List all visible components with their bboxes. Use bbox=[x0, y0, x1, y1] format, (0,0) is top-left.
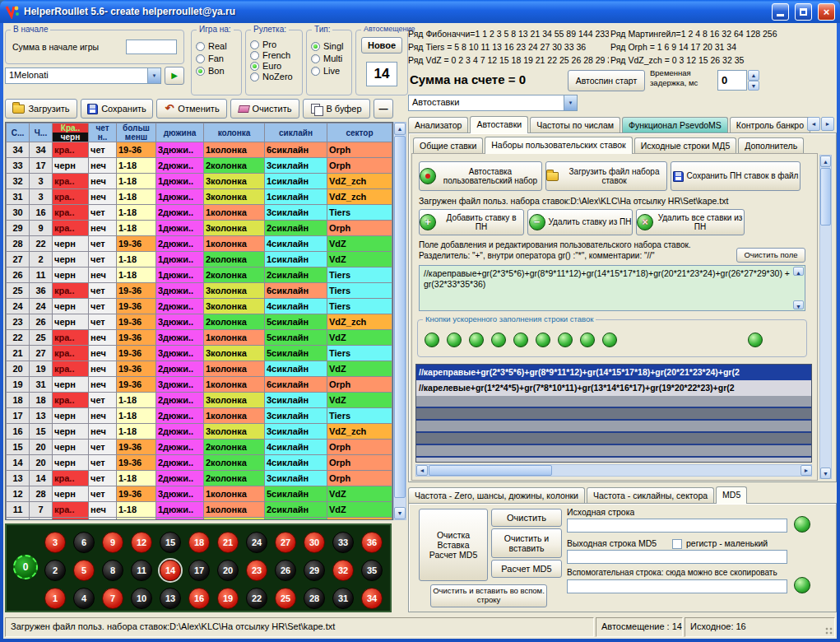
board-number-9[interactable]: 9 bbox=[102, 532, 123, 553]
board-number-15[interactable]: 15 bbox=[160, 532, 181, 553]
resize-grip[interactable] bbox=[824, 626, 835, 637]
quick-fill-button-2[interactable] bbox=[447, 333, 462, 347]
col-sector[interactable]: сектор bbox=[327, 123, 392, 142]
minimize-button[interactable] bbox=[772, 3, 789, 21]
autobets-combobox[interactable]: Автоставки ▼ bbox=[408, 95, 578, 111]
save-button[interactable]: Сохранить bbox=[81, 99, 153, 119]
col-range[interactable]: больш менш bbox=[117, 123, 156, 142]
bet-edit-field[interactable]: //кареправые+gr(2*3*5*6)+gr(8*9*11*12)+g… bbox=[419, 265, 805, 311]
board-number-31[interactable]: 31 bbox=[332, 588, 354, 609]
scroll-right-icon[interactable]: ► bbox=[801, 465, 812, 476]
md5-clear-paste-button[interactable]: Очистить и вставить bbox=[491, 528, 562, 558]
radio-singl[interactable]: Singl bbox=[311, 41, 347, 51]
tabs-scroll-left-icon[interactable]: ◄ bbox=[807, 117, 820, 131]
quick-fill-button-8[interactable] bbox=[580, 333, 595, 347]
bet-list-row-2[interactable]: //карелевые+gr(1*2*4*5)+gr(7*8*10*11)+gr… bbox=[416, 380, 811, 396]
md5-stack-button[interactable]: Очистка Вставка Расчет MD5 bbox=[419, 509, 488, 581]
buffer-button[interactable]: В буфер bbox=[303, 99, 370, 119]
edit-scroll-up-icon[interactable]: ▲ bbox=[793, 267, 804, 276]
tab-1[interactable]: Общие ставки bbox=[413, 137, 483, 153]
md5-out-input[interactable] bbox=[567, 550, 787, 564]
table-row[interactable]: 1520чернчет19-362дюжи..2колонка4сиклайнO… bbox=[7, 440, 392, 455]
maximize-button[interactable] bbox=[795, 3, 812, 21]
radio-pro[interactable]: Pro bbox=[250, 40, 298, 49]
tab-2[interactable]: Частота - сиклайны, сектора bbox=[587, 487, 714, 503]
radio-bon[interactable]: Bon bbox=[196, 66, 237, 76]
table-row[interactable]: 1713черннеч1-182дюжи..1колонка3сиклайнTi… bbox=[7, 408, 392, 424]
board-number-13[interactable]: 13 bbox=[160, 588, 181, 609]
table-scrollbar-thumb[interactable] bbox=[394, 136, 406, 498]
title-bar[interactable]: HelperRoullet 5.6- create helperroullet@… bbox=[0, 0, 840, 23]
table-row[interactable]: 117кра..неч1-181дюжи..1колонка2сиклайнVd… bbox=[7, 502, 392, 518]
board-number-35[interactable]: 35 bbox=[361, 560, 383, 581]
md5-clear-paste-aux-button[interactable]: Очистить и вставить во вспом. строку bbox=[430, 584, 547, 607]
tab-4[interactable]: Функционал PsevdoMS bbox=[622, 117, 728, 133]
table-row[interactable]: 2225кра..неч19-363дюжи..1колонка5сиклайн… bbox=[7, 330, 392, 346]
close-button[interactable]: × bbox=[818, 3, 835, 21]
panel-v-scrollbar[interactable]: ▲ ▼ bbox=[819, 155, 832, 479]
load-set-button[interactable]: Загрузить файл набора ставок bbox=[545, 161, 667, 191]
board-number-27[interactable]: 27 bbox=[275, 532, 296, 553]
clear-field-button[interactable]: Очистить поле bbox=[736, 248, 805, 263]
profile-combobox[interactable]: 1Melonati ▼ bbox=[5, 67, 161, 84]
autospin-start-button[interactable]: Автоспин старт bbox=[568, 70, 645, 91]
delete-bet-button[interactable]: Удалить ставку из ПН bbox=[527, 209, 633, 235]
bet-list-row-1[interactable]: //кареправые+gr(2*3*5*6)+gr(8*9*11*12)+g… bbox=[416, 365, 811, 380]
board-number-17[interactable]: 17 bbox=[188, 560, 210, 581]
tab-5[interactable]: Контроль банкро bbox=[730, 117, 810, 133]
board-number-28[interactable]: 28 bbox=[304, 588, 325, 609]
board-number-16[interactable]: 16 bbox=[188, 588, 210, 609]
board-number-22[interactable]: 22 bbox=[246, 588, 267, 609]
scroll-down-icon[interactable]: ▼ bbox=[820, 468, 831, 479]
quick-fill-button-5[interactable] bbox=[513, 333, 528, 347]
table-row[interactable]: 1420чернчет19-362дюжи..2колонка4сиклайнO… bbox=[7, 455, 392, 471]
md5-aux-orb-button[interactable] bbox=[794, 577, 810, 593]
board-number-29[interactable]: 29 bbox=[304, 560, 325, 581]
scroll-left-icon[interactable]: ◄ bbox=[416, 465, 428, 476]
board-number-33[interactable]: 33 bbox=[332, 532, 354, 553]
table-row[interactable]: 1818кра..чет1-182дюжи..3колонка3сиклайнV… bbox=[7, 393, 392, 408]
table-row[interactable]: 3016кра..чет1-182дюжи..1колонка3сиклайнT… bbox=[7, 205, 392, 221]
board-number-14[interactable]: 14 bbox=[160, 560, 181, 581]
board-number-2[interactable]: 2 bbox=[44, 560, 66, 581]
board-number-3[interactable]: 3 bbox=[44, 532, 66, 553]
quick-fill-extra-button[interactable] bbox=[748, 333, 763, 347]
list-h-thumb[interactable] bbox=[429, 465, 552, 476]
board-number-36[interactable]: 36 bbox=[361, 532, 383, 553]
new-button[interactable]: Новое bbox=[361, 37, 402, 54]
table-row[interactable]: 2536кра..чет19-363дюжи..3колонка6сиклайн… bbox=[7, 283, 392, 299]
board-number-8[interactable]: 8 bbox=[102, 560, 123, 581]
table-row[interactable]: 272чернчет1-181дюжи..2колонка1сиклайнVdZ bbox=[7, 252, 392, 268]
board-number-12[interactable]: 12 bbox=[131, 532, 152, 553]
tab-2[interactable]: Наборы пользовательских ставок bbox=[485, 137, 632, 154]
quick-fill-button-9[interactable] bbox=[602, 333, 617, 347]
board-number-26[interactable]: 26 bbox=[275, 560, 296, 581]
tab-3[interactable]: MD5 bbox=[716, 486, 747, 504]
save-set-button[interactable]: Сохранить ПН ставок в файл bbox=[671, 161, 801, 191]
table-row[interactable]: 1012кра..чет1-181дюжи..3колонка2сиклайнV… bbox=[7, 518, 392, 521]
board-number-10[interactable]: 10 bbox=[131, 588, 152, 609]
bet-set-list[interactable]: //кареправые+gr(2*3*5*6)+gr(8*9*11*12)+g… bbox=[415, 364, 812, 463]
col-sixline[interactable]: сиклайн bbox=[265, 123, 327, 142]
clear-button[interactable]: Очистить bbox=[230, 99, 299, 119]
table-row[interactable]: 2127кра..неч19-363дюжи..3колонка5сиклайн… bbox=[7, 346, 392, 361]
table-row[interactable]: 3434кра..чет19-363дюжи..1колонка6сиклайн… bbox=[7, 142, 392, 158]
table-row[interactable]: 1228чернчет19-363дюжи..1колонка5сиклайнV… bbox=[7, 486, 392, 502]
board-number-0[interactable]: 0 bbox=[13, 555, 38, 579]
board-number-19[interactable]: 19 bbox=[217, 588, 239, 609]
tab-3[interactable]: Частоты по числам bbox=[530, 117, 620, 133]
chevron-down-icon[interactable]: ▼ bbox=[147, 68, 160, 83]
tab-3[interactable]: Исходные строки МД5 bbox=[634, 137, 737, 153]
table-scrollbar[interactable]: ▲ ▼ bbox=[393, 122, 406, 520]
play-button[interactable]: ▶ bbox=[165, 67, 184, 85]
tab-4[interactable]: Дополнитель bbox=[738, 137, 804, 153]
board-number-1[interactable]: 1 bbox=[44, 588, 66, 609]
table-row[interactable]: 2424чернчет19-362дюжи..3колонка4сиклайнT… bbox=[7, 299, 392, 314]
board-number-6[interactable]: 6 bbox=[73, 532, 95, 553]
auto-user-set-button[interactable]: Автоставка пользовательский набор bbox=[419, 161, 542, 191]
list-h-scrollbar[interactable]: ◄ ► bbox=[415, 464, 812, 477]
md5-clear-button[interactable]: Очистить bbox=[491, 509, 562, 527]
radio-real[interactable]: Real bbox=[196, 41, 237, 51]
table-row[interactable]: 299кра..неч1-181дюжи..3колонка2сиклайнOr… bbox=[7, 221, 392, 236]
md5-aux-input[interactable] bbox=[567, 579, 787, 593]
